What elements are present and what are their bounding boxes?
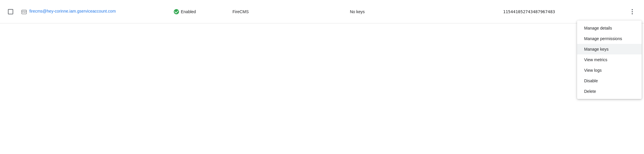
menu-item-view-logs[interactable]: View logs — [577, 65, 642, 76]
account-column: firecms@hey-corinne.iam.gserviceaccount.… — [21, 8, 174, 15]
svg-rect-0 — [22, 10, 27, 14]
checkbox-column — [0, 9, 21, 14]
actions-dropdown-menu: Manage details Manage permissions Manage… — [577, 20, 642, 99]
status-column: Enabled — [174, 9, 232, 14]
svg-point-2 — [23, 12, 23, 13]
menu-item-manage-details[interactable]: Manage details — [577, 23, 642, 33]
menu-item-view-metrics[interactable]: View metrics — [577, 54, 642, 65]
menu-item-manage-keys[interactable]: Manage keys — [577, 44, 642, 54]
service-account-row: firecms@hey-corinne.iam.gserviceaccount.… — [0, 0, 644, 23]
service-account-name: FireCMS — [232, 9, 249, 14]
row-checkbox[interactable] — [8, 9, 13, 14]
menu-item-disable[interactable]: Disable — [577, 76, 642, 86]
more-actions-button[interactable] — [627, 6, 638, 17]
name-column: FireCMS — [232, 9, 350, 14]
actions-column: Manage details Manage permissions Manage… — [621, 6, 644, 17]
keys-value: No keys — [350, 9, 365, 14]
unique-id-column: 115441052743487967483 — [503, 9, 621, 14]
menu-item-delete[interactable]: Delete — [577, 86, 642, 97]
service-account-icon — [21, 9, 27, 15]
menu-item-manage-permissions[interactable]: Manage permissions — [577, 33, 642, 44]
account-email-link[interactable]: firecms@hey-corinne.iam.gserviceaccount.… — [29, 8, 116, 14]
status-label: Enabled — [181, 9, 196, 14]
keys-column: No keys — [350, 9, 503, 14]
vertical-dots-icon — [632, 9, 633, 14]
enabled-icon — [174, 9, 179, 14]
unique-id-value: 115441052743487967483 — [503, 9, 555, 14]
